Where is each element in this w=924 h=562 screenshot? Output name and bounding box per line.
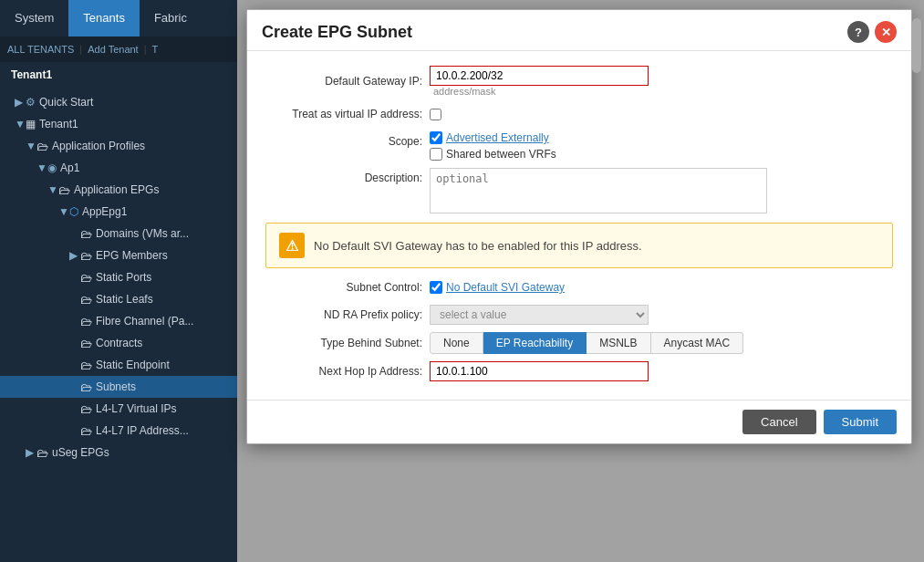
scope-label: Scope: bbox=[265, 131, 430, 151]
scope-row: Scope: Advertised Externally Shared betw… bbox=[265, 131, 893, 161]
nav-system[interactable]: System bbox=[0, 0, 68, 36]
icon-static-ports bbox=[80, 271, 92, 285]
arrow-quick-start: ▶ bbox=[15, 96, 26, 109]
sidebar-item-ap1[interactable]: ▼ Ap1 bbox=[0, 157, 237, 179]
sidebar-item-epg-members[interactable]: ▶ EPG Members bbox=[0, 245, 237, 266]
scrollbar-handle[interactable] bbox=[912, 18, 921, 73]
description-input[interactable] bbox=[430, 168, 767, 213]
gateway-ip-group: address/mask bbox=[430, 66, 649, 97]
description-label: Description: bbox=[265, 168, 430, 188]
icon-app-epgs bbox=[58, 183, 70, 197]
nd-ra-select[interactable]: select a value bbox=[430, 305, 649, 325]
nd-ra-label: ND RA Prefix policy: bbox=[265, 305, 430, 325]
sidebar-item-subnets[interactable]: Subnets bbox=[0, 376, 237, 398]
sidebar-item-static-leafs[interactable]: Static Leafs bbox=[0, 288, 237, 310]
icon-appepg1 bbox=[69, 205, 78, 218]
no-default-svi-checkbox[interactable] bbox=[430, 281, 442, 294]
type-behind-row: Type Behind Subnet: None EP Reachability… bbox=[265, 332, 893, 354]
label-appepg1: AppEpg1 bbox=[82, 205, 127, 218]
label-tenant1: Tenant1 bbox=[39, 118, 78, 130]
advertised-externally-label[interactable]: Advertised Externally bbox=[446, 131, 549, 144]
label-l4l7-virtual: L4-L7 Virtual IPs bbox=[96, 402, 177, 415]
label-ap1: Ap1 bbox=[60, 161, 79, 174]
sidebar-item-appepg1[interactable]: ▼ AppEpg1 bbox=[0, 201, 237, 223]
sidebar-item-static-ports[interactable]: Static Ports bbox=[0, 266, 237, 288]
sidebar-item-l4l7-ip[interactable]: L4-L7 IP Address... bbox=[0, 420, 237, 442]
sidebar-item-fibre-channel[interactable]: Fibre Channel (Pa... bbox=[0, 310, 237, 332]
add-tenant-link[interactable]: Add Tenant bbox=[88, 44, 138, 55]
modal-title: Create EPG Subnet bbox=[262, 23, 412, 42]
gateway-ip-label: Default Gateway IP: bbox=[265, 71, 430, 91]
label-static-ports: Static Ports bbox=[96, 271, 151, 284]
next-hop-input[interactable] bbox=[430, 361, 649, 381]
arrow-tenant1: ▼ bbox=[15, 118, 26, 130]
nav-tenants[interactable]: Tenants bbox=[68, 0, 140, 36]
modal-create-epg-subnet: Create EPG Subnet ? ✕ Default Gateway IP… bbox=[246, 9, 912, 444]
icon-static-endpoint bbox=[80, 359, 92, 372]
warning-icon: ⚠ bbox=[279, 233, 305, 258]
sidebar-item-domains[interactable]: Domains (VMs ar... bbox=[0, 223, 237, 245]
treat-virtual-label: Treat as virtual IP address: bbox=[265, 104, 430, 124]
all-tenants-link[interactable]: ALL TENANTS bbox=[7, 44, 74, 55]
subnet-control-row: Subnet Control: No Default SVI Gateway bbox=[265, 277, 893, 297]
top-nav: System Tenants Fabric bbox=[0, 0, 237, 36]
arrow-appepg1: ▼ bbox=[58, 205, 69, 218]
modal-body: Default Gateway IP: address/mask Treat a… bbox=[247, 51, 911, 400]
tab-link[interactable]: T bbox=[152, 44, 159, 55]
label-static-endpoint: Static Endpoint bbox=[96, 359, 170, 371]
label-contracts: Contracts bbox=[96, 337, 142, 349]
icon-tenant1 bbox=[26, 118, 36, 130]
sidebar-item-static-endpoint[interactable]: Static Endpoint bbox=[0, 354, 237, 376]
tenant-name: Tenant1 bbox=[11, 68, 52, 81]
close-button[interactable]: ✕ bbox=[875, 21, 897, 43]
gateway-ip-input[interactable] bbox=[430, 66, 649, 86]
label-useg-epgs: uSeg EPGs bbox=[52, 446, 109, 459]
tenant-root-label[interactable]: Tenant1 bbox=[0, 62, 237, 88]
sidebar-item-app-profiles[interactable]: ▼ Application Profiles bbox=[0, 135, 237, 157]
gateway-ip-row: Default Gateway IP: address/mask bbox=[265, 66, 893, 97]
no-default-svi-label[interactable]: No Default SVI Gateway bbox=[446, 281, 565, 294]
label-fibre-channel: Fibre Channel (Pa... bbox=[96, 315, 193, 328]
description-row: Description: bbox=[265, 168, 893, 213]
nav-fabric[interactable]: Fabric bbox=[140, 0, 202, 36]
sidebar-tree: ▶ Quick Start ▼ Tenant1 ▼ Application Pr… bbox=[0, 88, 237, 562]
treat-virtual-row: Treat as virtual IP address: bbox=[265, 104, 893, 124]
help-button[interactable]: ? bbox=[847, 21, 869, 43]
label-l4l7-ip: L4-L7 IP Address... bbox=[96, 424, 189, 437]
type-behind-label: Type Behind Subnet: bbox=[265, 333, 430, 353]
warning-box: ⚠ No Default SVI Gateway has to be enabl… bbox=[265, 223, 893, 268]
arrow-app-epgs: ▼ bbox=[47, 183, 58, 196]
sidebar-item-app-epgs[interactable]: ▼ Application EPGs bbox=[0, 179, 237, 201]
label-subnets: Subnets bbox=[96, 380, 136, 393]
icon-domains bbox=[80, 227, 92, 241]
tenant-bar: ALL TENANTS | Add Tenant | T bbox=[0, 36, 237, 62]
type-btn-ep-reachability[interactable]: EP Reachability bbox=[483, 332, 587, 354]
submit-button[interactable]: Submit bbox=[824, 410, 897, 434]
treat-virtual-checkbox[interactable] bbox=[430, 109, 441, 120]
label-quick-start: Quick Start bbox=[39, 96, 93, 109]
sidebar-item-tenant1[interactable]: ▼ Tenant1 bbox=[0, 113, 237, 135]
type-btn-none[interactable]: None bbox=[430, 332, 483, 354]
icon-l4l7-ip bbox=[80, 424, 92, 438]
icon-ap1 bbox=[47, 161, 57, 174]
cancel-button[interactable]: Cancel bbox=[742, 410, 815, 434]
label-domains: Domains (VMs ar... bbox=[96, 227, 189, 240]
icon-contracts bbox=[80, 337, 92, 350]
arrow-epg-members: ▶ bbox=[69, 249, 80, 262]
icon-fibre-channel bbox=[80, 315, 92, 328]
icon-app-profiles bbox=[36, 140, 48, 153]
label-app-profiles: Application Profiles bbox=[52, 140, 145, 152]
nd-ra-select-wrapper: select a value bbox=[430, 305, 649, 325]
icon-epg-members bbox=[80, 249, 92, 263]
sidebar-item-contracts[interactable]: Contracts bbox=[0, 332, 237, 354]
sidebar-item-l4l7-virtual[interactable]: L4-L7 Virtual IPs bbox=[0, 398, 237, 420]
subnet-control-group: No Default SVI Gateway bbox=[430, 281, 565, 294]
shared-vrfs-checkbox[interactable] bbox=[430, 148, 442, 161]
next-hop-label: Next Hop Ip Address: bbox=[265, 361, 430, 381]
type-btn-anycast-mac[interactable]: Anycast MAC bbox=[651, 332, 744, 354]
sidebar-item-useg-epgs[interactable]: ▶ uSeg EPGs bbox=[0, 442, 237, 463]
type-btn-msnlb[interactable]: MSNLB bbox=[587, 332, 650, 354]
sidebar-item-quick-start[interactable]: ▶ Quick Start bbox=[0, 91, 237, 113]
sep1: | bbox=[79, 44, 82, 55]
advertised-externally-checkbox[interactable] bbox=[430, 131, 442, 144]
